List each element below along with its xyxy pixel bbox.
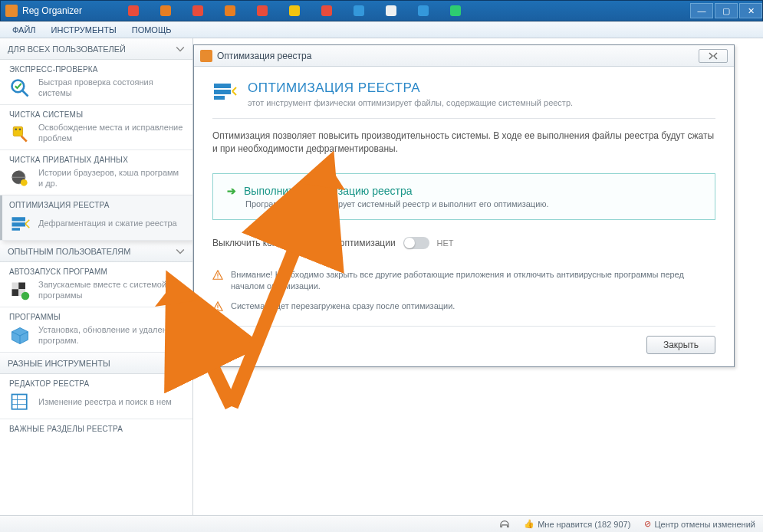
like-link[interactable]: 👍 Мне нравится (182 907): [524, 519, 630, 530]
svg-point-24: [217, 308, 218, 309]
app-icon: [5, 5, 18, 17]
magnifier-check-icon: [9, 77, 31, 99]
broom-icon: [9, 123, 31, 144]
sidebar-section-label: ДЛЯ ВСЕХ ПОЛЬЗОВАТЕЛЕЙ: [8, 44, 126, 54]
registry-defrag-icon: [9, 213, 31, 235]
undo-center-link[interactable]: ⊘ Центр отмены изменений: [644, 519, 755, 530]
warning-text-2: Система будет перезагружена сразу после …: [231, 300, 455, 312]
svg-rect-11: [12, 289, 19, 296]
like-text: Мне нравится (182 907): [538, 520, 630, 529]
sidebar-item-registry-opt[interactable]: ОПТИМИЗАЦИЯ РЕЕСТРА Дефрагментация и сжа…: [0, 195, 192, 241]
main-area: Оптимизация реестра ОПТИМИЗАЦИЯ РЕЕСТРА …: [193, 38, 763, 515]
action-title: Выполнить оптимизацию реестра: [244, 185, 413, 197]
box-icon: [9, 325, 31, 346]
svg-rect-19: [214, 90, 231, 94]
warning-icon: [212, 270, 223, 281]
action-description: Программа проанализирует системный реест…: [245, 199, 701, 209]
switch-label: Выключить компьютер после оптимизации: [212, 238, 396, 248]
menu-file[interactable]: ФАЙЛ: [6, 24, 42, 36]
menu-help[interactable]: ПОМОЩЬ: [126, 24, 178, 36]
sidebar-section-label: ОПЫТНЫМ ПОЛЬЗОВАТЕЛЯМ: [8, 247, 130, 256]
dialog-titlebar: Оптимизация реестра: [194, 45, 734, 67]
sidebar-section-label: РАЗНЫЕ ИНСТРУМЕНТЫ: [8, 359, 110, 368]
dialog-subheading: этот инструмент физически оптимизирует ф…: [248, 98, 573, 107]
svg-rect-14: [12, 395, 27, 409]
sidebar-section-all-users[interactable]: ДЛЯ ВСЕХ ПОЛЬЗОВАТЕЛЕЙ: [0, 38, 192, 60]
statusbar: 👍 Мне нравится (182 907) ⊘ Центр отмены …: [0, 515, 763, 532]
close-button[interactable]: ✕: [739, 3, 762, 18]
sidebar-item-system-clean[interactable]: ЧИСТКА СИСТЕМЫ Освобождение места и испр…: [0, 105, 192, 150]
dialog-registry-optimization: Оптимизация реестра ОПТИМИЗАЦИЯ РЕЕСТРА …: [193, 44, 735, 367]
svg-point-3: [19, 128, 21, 130]
dialog-icon: [200, 50, 212, 62]
svg-rect-6: [12, 217, 26, 221]
sidebar-section-misc[interactable]: РАЗНЫЕ ИНСТРУМЕНТЫ: [0, 353, 192, 374]
chevron-down-icon: [176, 247, 185, 256]
close-button[interactable]: Закрыть: [646, 336, 715, 354]
thumb-up-icon: 👍: [524, 519, 534, 529]
svg-point-2: [15, 128, 17, 130]
warning-icon: [212, 301, 223, 312]
svg-point-13: [21, 292, 30, 300]
undo-icon: ⊘: [644, 519, 651, 529]
flag-icon: [9, 280, 31, 301]
sidebar: ДЛЯ ВСЕХ ПОЛЬЗОВАТЕЛЕЙ ЭКСПРЕСС-ПРОВЕРКА…: [0, 38, 193, 515]
dialog-close-button[interactable]: [699, 49, 728, 63]
svg-rect-1: [13, 126, 22, 136]
app-title: Reg Organizer: [22, 5, 82, 16]
support-link[interactable]: [499, 519, 510, 530]
dialog-title-text: Оптимизация реестра: [217, 51, 311, 61]
registry-grid-icon: [9, 392, 31, 413]
undo-text: Центр отмены изменений: [654, 520, 755, 529]
sidebar-section-advanced[interactable]: ОПЫТНЫМ ПОЛЬЗОВАТЕЛЯМ: [0, 241, 192, 262]
svg-rect-7: [12, 222, 26, 226]
menubar: ФАЙЛ ИНСТРУМЕНТЫ ПОМОЩЬ: [0, 21, 763, 38]
svg-point-22: [217, 277, 218, 278]
sidebar-item-private-clean[interactable]: ЧИСТКА ПРИВАТНЫХ ДАННЫХ Истории браузеро…: [0, 150, 192, 195]
headset-icon: [499, 519, 510, 530]
svg-rect-10: [18, 283, 25, 290]
sidebar-item-programs[interactable]: ПРОГРАММЫ Установка, обновление и удален…: [0, 307, 192, 353]
switch-state-text: НЕТ: [437, 238, 454, 248]
arrow-right-icon: ➔: [227, 185, 236, 197]
sidebar-item-important-keys[interactable]: ВАЖНЫЕ РАЗДЕЛЫ РЕЕСТРА: [0, 419, 192, 437]
svg-point-5: [21, 179, 28, 186]
maximize-button[interactable]: ▢: [715, 3, 738, 18]
registry-defrag-icon: [212, 80, 237, 105]
taskbar-icons: [128, 5, 689, 16]
shutdown-toggle[interactable]: [403, 237, 429, 249]
run-optimization-button[interactable]: ➔ Выполнить оптимизацию реестра Программ…: [212, 173, 715, 220]
close-x-icon: [708, 52, 719, 60]
sidebar-item-autostart[interactable]: АВТОЗАПУСК ПРОГРАММ Запускаемые вместе с…: [0, 262, 192, 307]
svg-rect-8: [12, 228, 21, 231]
minimize-button[interactable]: —: [690, 3, 713, 18]
svg-rect-9: [12, 283, 19, 290]
svg-rect-18: [214, 84, 231, 88]
globe-icon: [9, 168, 31, 189]
dialog-description: Оптимизация позволяет повысить производи…: [212, 130, 715, 156]
sidebar-item-express-check[interactable]: ЭКСПРЕСС-ПРОВЕРКА Быстрая проверка состо…: [0, 60, 192, 105]
chevron-down-icon: [176, 44, 185, 54]
sidebar-item-reg-editor[interactable]: РЕДАКТОР РЕЕСТРА Изменение реестра и пои…: [0, 374, 192, 419]
dialog-heading: ОПТИМИЗАЦИЯ РЕЕСТРА: [248, 80, 573, 96]
window-titlebar: Reg Organizer — ▢ ✕: [0, 0, 763, 21]
chevron-down-icon: [176, 359, 185, 368]
warning-text-1: Внимание! Необходимо закрыть все другие …: [231, 269, 715, 293]
svg-rect-20: [214, 96, 225, 100]
menu-tools[interactable]: ИНСТРУМЕНТЫ: [45, 24, 123, 36]
